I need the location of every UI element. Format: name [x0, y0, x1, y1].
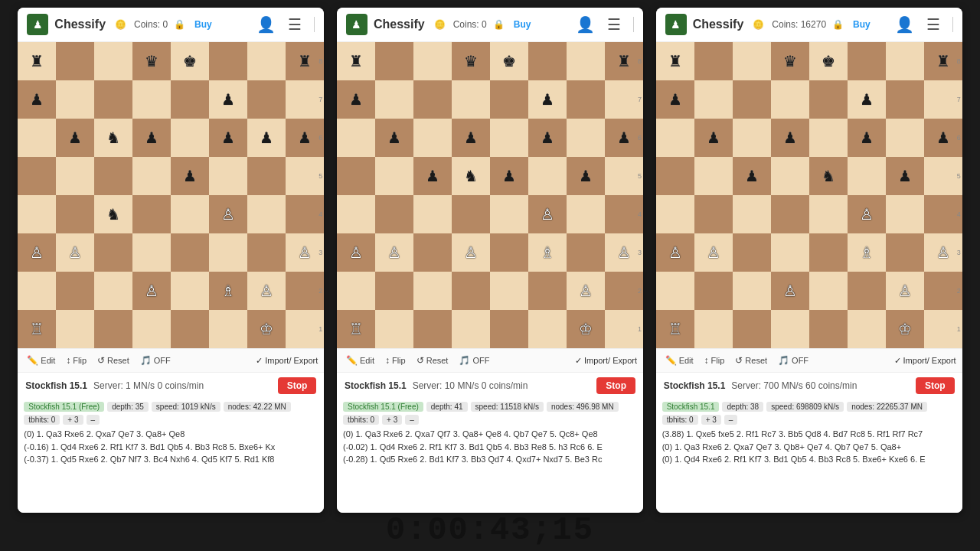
cell-4-0[interactable]	[337, 195, 375, 233]
cell-3-3[interactable]	[132, 157, 171, 195]
cell-7-4[interactable]	[171, 310, 209, 348]
chess-board[interactable]: ♜♛♚♜♟♟♟♞♟♟♟♟♟♞♙♙♙♙♙♗♙♖♔	[18, 42, 324, 348]
cell-4-6[interactable]	[247, 195, 286, 233]
cell-1-1[interactable]	[375, 80, 413, 119]
cell-4-4[interactable]	[809, 195, 848, 233]
cell-2-0[interactable]	[18, 119, 56, 157]
reset-button[interactable]: ↺ Reset	[94, 354, 132, 367]
cell-0-6[interactable]	[886, 42, 924, 80]
cell-4-2[interactable]: ♞	[94, 195, 132, 233]
cell-5-5[interactable]: ♗	[528, 233, 567, 272]
chess-board[interactable]: ♜♛♚♜♟♟♟♟♟♟♟♞♟♟♙♙♙♙♗♙♙♖♔	[337, 42, 643, 348]
cell-2-4[interactable]	[490, 119, 528, 157]
cell-6-3[interactable]: ♙	[132, 272, 171, 310]
cell-2-1[interactable]: ♟	[56, 119, 94, 157]
cell-0-2[interactable]	[413, 42, 452, 80]
cell-2-2[interactable]	[733, 119, 771, 157]
cell-6-0[interactable]	[656, 272, 694, 310]
cell-3-4[interactable]: ♟	[490, 157, 528, 195]
cell-3-2[interactable]: ♟	[733, 157, 771, 195]
cell-6-1[interactable]	[375, 272, 413, 310]
cell-2-7[interactable]: ♟	[286, 119, 324, 157]
reset-button[interactable]: ↺ Reset	[413, 354, 452, 367]
cell-5-7[interactable]: ♙	[605, 233, 643, 272]
user-icon[interactable]: 👤	[895, 15, 914, 34]
cell-0-0[interactable]: ♜	[18, 42, 56, 80]
cell-2-1[interactable]: ♟	[694, 119, 733, 157]
edit-button[interactable]: ✏️ Edit	[662, 354, 697, 367]
cell-2-0[interactable]	[337, 119, 375, 157]
cell-3-6[interactable]	[247, 157, 286, 195]
cell-7-3[interactable]	[452, 310, 490, 348]
cell-5-5[interactable]	[209, 233, 247, 272]
cell-4-3[interactable]	[771, 195, 809, 233]
cell-3-1[interactable]	[56, 157, 94, 195]
cell-1-0[interactable]: ♟	[18, 80, 56, 119]
cell-6-5[interactable]	[528, 272, 567, 310]
cell-3-3[interactable]	[771, 157, 809, 195]
cell-0-6[interactable]	[567, 42, 605, 80]
cell-6-3[interactable]: ♙	[771, 272, 809, 310]
cell-5-1[interactable]: ♙	[694, 233, 733, 272]
cell-6-1[interactable]	[694, 272, 733, 310]
cell-6-6[interactable]: ♙	[886, 272, 924, 310]
cell-4-1[interactable]	[56, 195, 94, 233]
stop-button[interactable]: Stop	[596, 377, 635, 394]
flip-button[interactable]: ↕️ Flip	[382, 354, 409, 367]
cell-0-5[interactable]	[848, 42, 886, 80]
cell-0-3[interactable]: ♛	[132, 42, 171, 80]
cell-5-3[interactable]: ♙	[452, 233, 490, 272]
cell-5-6[interactable]	[886, 233, 924, 272]
cell-3-2[interactable]	[94, 157, 132, 195]
cell-7-3[interactable]	[132, 310, 171, 348]
cell-7-6[interactable]: ♔	[567, 310, 605, 348]
cell-2-3[interactable]: ♟	[452, 119, 490, 157]
cell-7-2[interactable]	[94, 310, 132, 348]
cell-5-7[interactable]: ♙	[286, 233, 324, 272]
cell-1-5[interactable]: ♟	[848, 80, 886, 119]
cell-3-5[interactable]	[528, 157, 567, 195]
cell-5-3[interactable]	[132, 233, 171, 272]
import-export-button[interactable]: ✓ Import/ Export	[894, 356, 956, 366]
cell-7-7[interactable]	[286, 310, 324, 348]
cell-2-6[interactable]: ♟	[247, 119, 286, 157]
cell-2-3[interactable]: ♟	[132, 119, 171, 157]
cell-1-1[interactable]	[56, 80, 94, 119]
cell-2-2[interactable]: ♞	[94, 119, 132, 157]
cell-5-4[interactable]	[171, 233, 209, 272]
cell-4-5[interactable]: ♙	[209, 195, 247, 233]
cell-1-3[interactable]	[452, 80, 490, 119]
cell-6-4[interactable]	[809, 272, 848, 310]
cell-6-4[interactable]	[490, 272, 528, 310]
cell-6-2[interactable]	[733, 272, 771, 310]
cell-6-0[interactable]	[337, 272, 375, 310]
cell-2-6[interactable]	[567, 119, 605, 157]
cell-0-4[interactable]: ♚	[809, 42, 848, 80]
cell-4-1[interactable]	[375, 195, 413, 233]
cell-3-7[interactable]	[605, 157, 643, 195]
off-button[interactable]: 🎵 OFF	[775, 354, 812, 367]
cell-7-0[interactable]: ♖	[18, 310, 56, 348]
cell-4-5[interactable]: ♙	[848, 195, 886, 233]
cell-4-5[interactable]: ♙	[528, 195, 567, 233]
cell-7-6[interactable]: ♔	[886, 310, 924, 348]
cell-2-4[interactable]	[809, 119, 848, 157]
cell-1-6[interactable]	[567, 80, 605, 119]
stop-button[interactable]: Stop	[916, 377, 955, 394]
cell-5-2[interactable]	[94, 233, 132, 272]
cell-2-5[interactable]: ♟	[528, 119, 567, 157]
cell-0-3[interactable]: ♛	[452, 42, 490, 80]
cell-0-5[interactable]	[528, 42, 567, 80]
import-export-button[interactable]: ✓ Import/ Export	[575, 356, 637, 366]
cell-0-7[interactable]: ♜	[286, 42, 324, 80]
cell-7-1[interactable]	[56, 310, 94, 348]
cell-7-4[interactable]	[809, 310, 848, 348]
cell-5-6[interactable]	[247, 233, 286, 272]
cell-3-4[interactable]: ♞	[809, 157, 848, 195]
cell-6-7[interactable]	[286, 272, 324, 310]
cell-3-5[interactable]	[848, 157, 886, 195]
cell-1-7[interactable]	[605, 80, 643, 119]
cell-7-3[interactable]	[771, 310, 809, 348]
cell-7-1[interactable]	[375, 310, 413, 348]
cell-3-6[interactable]: ♟	[567, 157, 605, 195]
